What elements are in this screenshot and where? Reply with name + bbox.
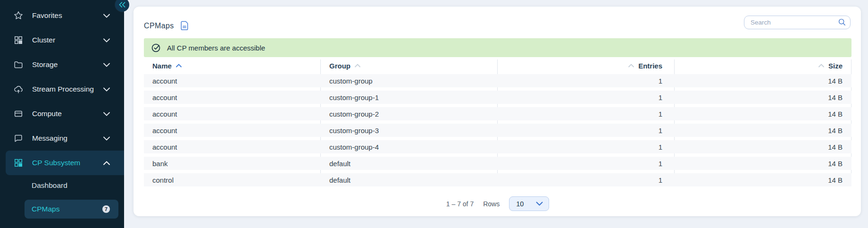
sidebar-subitem-label: CPMaps <box>32 205 59 213</box>
chevron-up-icon <box>103 161 110 165</box>
chat-bubble-icon <box>13 133 24 144</box>
sort-icon <box>818 64 824 68</box>
cell-entries: 1 <box>498 143 675 151</box>
sidebar-item-label: Compute <box>32 110 62 118</box>
chevron-down-icon <box>103 38 110 42</box>
sidebar-subitem-cpmaps[interactable]: CPMaps 7 <box>25 200 118 219</box>
sort-asc-icon <box>176 64 182 68</box>
cell-name: account <box>144 77 321 85</box>
table-row[interactable]: account custom-group-3 1 14 B <box>144 124 851 137</box>
sort-icon <box>355 64 360 68</box>
count-badge: 7 <box>102 205 110 213</box>
sidebar-subitem-label: Dashboard <box>32 181 67 190</box>
sidebar-subitem-dashboard[interactable]: Dashboard <box>0 175 124 196</box>
table-body: account custom-group 1 14 B account cust… <box>144 74 851 186</box>
cell-name: account <box>144 127 321 135</box>
cell-name: account <box>144 110 321 118</box>
chevron-down-icon <box>103 112 110 116</box>
table-row[interactable]: account custom-group-4 1 14 B <box>144 140 851 153</box>
chevron-down-icon <box>103 87 110 92</box>
chevron-down-icon <box>536 202 543 206</box>
sidebar-item-compute[interactable]: Compute <box>0 101 124 126</box>
status-banner-text: All CP members are accessible <box>167 44 265 52</box>
cell-size: 14 B <box>675 176 851 184</box>
compute-icon <box>13 108 24 119</box>
sidebar-item-favorites[interactable]: Favorites <box>0 3 124 28</box>
cell-group: custom-group-1 <box>321 93 498 101</box>
sidebar-collapse-button[interactable] <box>115 0 129 12</box>
column-header-label: Group <box>329 62 351 70</box>
cloud-sync-icon <box>13 84 24 95</box>
cell-size: 14 B <box>675 160 851 168</box>
sidebar-item-cp-subsystem[interactable]: CP Subsystem <box>6 151 124 175</box>
cell-group: custom-group <box>321 77 498 85</box>
cell-name: control <box>144 176 321 184</box>
table-header-row: Name Group Entries <box>144 57 851 74</box>
table-row[interactable]: control default 1 14 B <box>144 173 851 186</box>
search <box>744 16 851 29</box>
cell-group: default <box>321 176 498 184</box>
pagination: 1 – 7 of 7 Rows 10 <box>144 196 851 211</box>
chevron-down-icon <box>103 14 110 18</box>
cell-size: 14 B <box>675 93 851 101</box>
table-row[interactable]: bank default 1 14 B <box>144 157 851 170</box>
rows-per-page-label: Rows <box>483 200 500 208</box>
sidebar-item-storage[interactable]: Storage <box>0 52 124 77</box>
cell-name: account <box>144 143 321 151</box>
check-circle-icon <box>151 42 161 53</box>
status-banner: All CP members are accessible <box>144 38 851 57</box>
chevron-down-icon <box>103 136 110 141</box>
page-title-text: CPMaps <box>144 22 174 30</box>
content-card: CPMaps All CP members are accessible Nam… <box>134 7 861 216</box>
table-row[interactable]: account custom-group-2 1 14 B <box>144 107 851 120</box>
sidebar-item-label: Cluster <box>32 36 55 44</box>
cell-group: custom-group-2 <box>321 110 498 118</box>
sidebar-item-label: Storage <box>32 60 58 69</box>
rows-per-page-select[interactable]: 10 <box>509 196 549 211</box>
sidebar-item-label: CP Subsystem <box>32 159 80 167</box>
sidebar-item-stream-processing[interactable]: Stream Processing <box>0 77 124 101</box>
sidebar-item-label: Messaging <box>32 134 67 143</box>
sidebar-item-label: Stream Processing <box>32 85 94 93</box>
search-input[interactable] <box>744 16 851 29</box>
document-icon[interactable] <box>180 21 189 31</box>
search-icon[interactable] <box>838 18 846 26</box>
cell-entries: 1 <box>498 160 675 168</box>
cell-size: 14 B <box>675 143 851 151</box>
sort-icon <box>628 64 634 68</box>
pagination-range: 1 – 7 of 7 <box>446 200 474 208</box>
column-header-label: Size <box>828 62 843 70</box>
folder-icon <box>13 59 24 70</box>
cell-entries: 1 <box>498 110 675 118</box>
column-header-group[interactable]: Group <box>321 62 498 70</box>
table-row[interactable]: account custom-group-1 1 14 B <box>144 91 851 104</box>
chevron-down-icon <box>103 63 110 67</box>
star-icon <box>13 10 24 21</box>
cell-name: bank <box>144 160 321 168</box>
rows-per-page-value: 10 <box>516 200 524 208</box>
cell-size: 14 B <box>675 110 851 118</box>
cpmaps-table: Name Group Entries <box>144 57 851 190</box>
cell-entries: 1 <box>498 93 675 101</box>
cell-entries: 1 <box>498 176 675 184</box>
sidebar-item-messaging[interactable]: Messaging <box>0 126 124 151</box>
column-header-name[interactable]: Name <box>144 62 321 70</box>
column-header-label: Name <box>152 62 172 70</box>
column-header-entries[interactable]: Entries <box>498 62 675 70</box>
cell-group: default <box>321 160 498 168</box>
sidebar: Favorites Cluster Storage <box>0 0 124 228</box>
sidebar-item-cluster[interactable]: Cluster <box>0 28 124 52</box>
cell-name: account <box>144 93 321 101</box>
double-chevron-left-icon <box>118 1 126 8</box>
cell-group: custom-group-4 <box>321 143 498 151</box>
grid-icon <box>13 157 24 169</box>
page-title: CPMaps <box>144 21 189 31</box>
sidebar-nav: Favorites Cluster Storage <box>0 3 124 219</box>
cell-size: 14 B <box>675 77 851 85</box>
sidebar-item-label: Favorites <box>32 11 62 20</box>
column-header-label: Entries <box>638 62 662 70</box>
cell-group: custom-group-3 <box>321 127 498 135</box>
cell-entries: 1 <box>498 127 675 135</box>
table-row[interactable]: account custom-group 1 14 B <box>144 74 851 87</box>
column-header-size[interactable]: Size <box>675 62 851 70</box>
